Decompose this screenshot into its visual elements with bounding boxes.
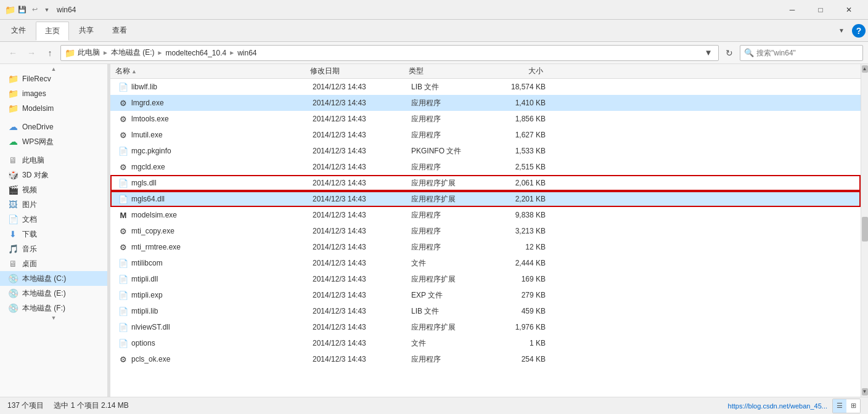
path-thispc[interactable]: 此电脑 — [78, 47, 100, 58]
file-icon-mtiplilib: 📄 — [118, 306, 129, 317]
path-modeltech[interactable]: modeltech64_10.4 — [165, 49, 226, 57]
tab-view[interactable]: 查看 — [104, 22, 136, 39]
sidebar-label-drivee: 本地磁盘 (E:) — [22, 288, 66, 299]
minimize-button[interactable]: ─ — [778, 0, 806, 20]
file-type-mgcld: 应用程序 — [409, 162, 489, 172]
file-icon-nlviewst: 📄 — [118, 322, 129, 333]
file-list: 📄 libwlf.lib 2014/12/3 14:43 LIB 文件 18,5… — [110, 79, 861, 397]
file-row-mticopy[interactable]: ⚙ mti_copy.exe 2014/12/3 14:43 应用程序 3,21… — [110, 223, 861, 239]
sidebar-item-music[interactable]: 🎵 音乐 — [0, 242, 107, 256]
close-button[interactable]: ✕ — [835, 0, 863, 20]
file-date-mgcpkginfo: 2014/12/3 14:43 — [310, 147, 409, 155]
sidebar-label-desktop: 桌面 — [22, 259, 37, 269]
file-row-mtilibcom[interactable]: 📄 mtilibcom 2014/12/3 14:43 文件 2,444 KB — [110, 255, 861, 271]
file-size-options: 1 KB — [489, 339, 551, 347]
scrollbar-down-arrow[interactable]: ▼ — [862, 388, 868, 396]
sidebar-item-modelsim[interactable]: 📁 Modelsim — [0, 101, 107, 116]
sidebar-label-wps: WPS网盘 — [22, 137, 54, 147]
file-type-options: 文件 — [409, 338, 489, 349]
dropdown-arrow-icon[interactable]: ▼ — [42, 5, 52, 15]
column-header-type[interactable]: 类型 — [406, 64, 486, 78]
file-row-options[interactable]: 📄 options 2014/12/3 14:43 文件 1 KB — [110, 335, 861, 351]
file-icon-lmgrd: ⚙ — [118, 97, 129, 108]
file-row-mtiplilib[interactable]: 📄 mtipli.lib 2014/12/3 14:43 LIB 文件 459 … — [110, 303, 861, 319]
sidebar-item-3dobj[interactable]: 🎲 3D 对象 — [0, 168, 107, 182]
back-button[interactable]: ← — [5, 45, 21, 61]
sidebar-item-onedrive[interactable]: ☁ OneDrive — [0, 120, 107, 134]
address-bar[interactable]: 📁 此电脑 ► 本地磁盘 (E:) ► modeltech64_10.4 ► w… — [60, 45, 719, 61]
column-header-size[interactable]: 大小 — [486, 64, 548, 78]
sidebar-item-images2[interactable]: 🖼 图片 — [0, 197, 107, 212]
file-row-mtirmtree[interactable]: ⚙ mti_rmtree.exe 2014/12/3 14:43 应用程序 12… — [110, 239, 861, 255]
sidebar-item-filerecv[interactable]: 📁 FileRecv — [0, 71, 107, 86]
sort-arrow-name: ▲ — [131, 68, 137, 75]
file-row-mgls64[interactable]: 📄 mgls64.dll 2014/12/3 14:43 应用程序扩展 2,20… — [110, 191, 861, 207]
undo-icon: ↩ — [30, 5, 39, 15]
tab-share[interactable]: 共享 — [70, 22, 102, 39]
desktop-icon: 🖥 — [7, 258, 18, 269]
sidebar-item-drivef[interactable]: 💿 本地磁盘 (F:) — [0, 301, 107, 315]
folder-icon: 📁 — [7, 88, 18, 99]
sidebar-item-thispc[interactable]: 🖥 此电脑 — [0, 153, 107, 168]
sidebar-item-images[interactable]: 📁 images — [0, 86, 107, 101]
file-type-mtiplilib: LIB 文件 — [409, 306, 489, 317]
help-button[interactable]: ? — [852, 24, 866, 38]
view-details-button[interactable]: ☰ — [833, 399, 846, 413]
file-size-mtiplilib: 459 KB — [489, 307, 551, 315]
ribbon: 文件 主页 共享 查看 ▼ ? — [0, 20, 868, 42]
file-row-libwlf[interactable]: 📄 libwlf.lib 2014/12/3 14:43 LIB 文件 18,5… — [110, 79, 861, 95]
pc-icon: 🖥 — [7, 155, 18, 166]
sidebar-item-video[interactable]: 🎬 视频 — [0, 182, 107, 197]
sidebar-label-images2: 图片 — [22, 200, 37, 210]
search-input[interactable] — [756, 49, 859, 57]
file-type-libwlf: LIB 文件 — [409, 82, 489, 92]
status-link[interactable]: https://blog.csdn.net/weban_45... — [728, 402, 827, 410]
column-header-name[interactable]: 名称 ▲ — [110, 64, 308, 78]
sidebar-item-download[interactable]: ⬇ 下载 — [0, 227, 107, 242]
file-row-lmutil[interactable]: ⚙ lmutil.exe 2014/12/3 14:43 应用程序 1,627 … — [110, 127, 861, 143]
path-drive-e[interactable]: 本地磁盘 (E:) — [111, 47, 155, 58]
scrollbar-thumb[interactable] — [862, 217, 868, 242]
up-button[interactable]: ↑ — [42, 45, 58, 61]
tab-file[interactable]: 文件 — [2, 22, 35, 39]
address-dropdown-button[interactable]: ▼ — [702, 47, 714, 59]
sidebar-scroll-down[interactable]: ▼ — [0, 315, 107, 320]
sidebar-item-desktop[interactable]: 🖥 桌面 — [0, 256, 107, 271]
file-type-mgcpkginfo: PKGINFO 文件 — [409, 146, 489, 156]
refresh-button[interactable]: ↻ — [721, 45, 737, 61]
sidebar-label-modelsim: Modelsim — [22, 104, 54, 113]
status-selected: 选中 1 个项目 2.14 MB — [54, 400, 128, 411]
file-row-mgcld[interactable]: ⚙ mgcld.exe 2014/12/3 14:43 应用程序 2,515 K… — [110, 159, 861, 175]
file-row-lmtools[interactable]: ⚙ lmtools.exe 2014/12/3 14:43 应用程序 1,856… — [110, 111, 861, 127]
file-row-mtipliexp[interactable]: 📄 mtipli.exp 2014/12/3 14:43 EXP 文件 279 … — [110, 287, 861, 303]
file-row-nlviewst[interactable]: 📄 nlviewST.dll 2014/12/3 14:43 应用程序扩展 1,… — [110, 319, 861, 335]
file-icon-mtiplidll: 📄 — [118, 274, 129, 285]
file-row-modelsim[interactable]: M modelsim.exe 2014/12/3 14:43 应用程序 9,83… — [110, 207, 861, 223]
sidebar-item-wps[interactable]: ☁ WPS网盘 — [0, 134, 107, 149]
ribbon-collapse-button[interactable]: ▼ — [833, 23, 850, 39]
sidebar-label-filerecv: FileRecv — [22, 75, 51, 83]
column-header-date[interactable]: 修改日期 — [308, 64, 406, 78]
sidebar-item-drivee[interactable]: 💿 本地磁盘 (E:) — [0, 286, 107, 301]
file-size-mgls: 2,061 KB — [489, 179, 551, 187]
file-size-lmgrd: 1,410 KB — [489, 99, 551, 107]
folder-icon: 📁 — [7, 73, 18, 84]
maximize-button[interactable]: □ — [806, 0, 835, 20]
file-size-lmtools: 1,856 KB — [489, 115, 551, 123]
file-type-lmgrd: 应用程序 — [409, 98, 489, 108]
sidebar-item-doc[interactable]: 📄 文档 — [0, 212, 107, 227]
file-row-mtiplidll[interactable]: 📄 mtipli.dll 2014/12/3 14:43 应用程序扩展 169 … — [110, 271, 861, 287]
view-tiles-button[interactable]: ⊞ — [846, 399, 860, 413]
main-area: ▲ 📁 FileRecv 📁 images 📁 Modelsim ☁ OneDr… — [0, 64, 868, 397]
sidebar-scroll-up[interactable]: ▲ — [0, 67, 107, 71]
sidebar-label-video: 视频 — [22, 185, 37, 195]
file-row-pclsok[interactable]: ⚙ pcls_ok.exe 2014/12/3 14:43 应用程序 254 K… — [110, 351, 861, 367]
sidebar-item-drivec[interactable]: 💿 本地磁盘 (C:) — [0, 271, 107, 286]
scrollbar-up-arrow[interactable]: ▲ — [862, 65, 868, 73]
path-win64[interactable]: win64 — [237, 49, 256, 57]
file-row-lmgrd[interactable]: ⚙ lmgrd.exe 2014/12/3 14:43 应用程序 1,410 K… — [110, 95, 861, 111]
file-row-mgcpkginfo[interactable]: 📄 mgc.pkginfo 2014/12/3 14:43 PKGINFO 文件… — [110, 143, 861, 159]
tab-home[interactable]: 主页 — [36, 22, 69, 41]
file-row-mgls[interactable]: 📄 mgls.dll 2014/12/3 14:43 应用程序扩展 2,061 … — [110, 175, 861, 191]
forward-button[interactable]: → — [23, 45, 39, 61]
